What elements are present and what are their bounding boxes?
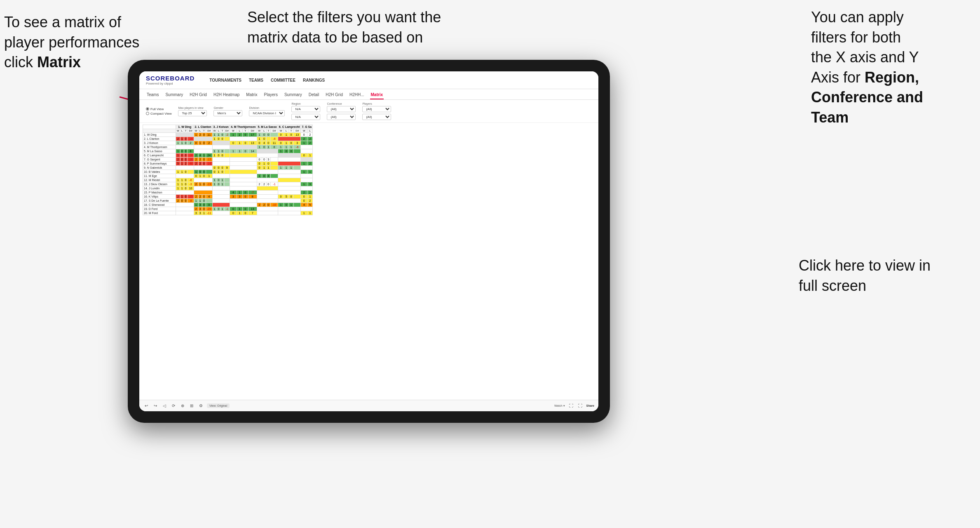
cell-17-4-0: 2 bbox=[257, 203, 262, 207]
cell-0-0 bbox=[176, 133, 194, 137]
zoom-icon[interactable]: ⊕ bbox=[180, 403, 185, 409]
cell-2-3-3: 13 bbox=[248, 141, 257, 145]
tab-h2hh[interactable]: H2HH... bbox=[349, 91, 365, 99]
undo-icon[interactable]: ↩ bbox=[143, 403, 149, 409]
annotation-bottomright: Click here to view in full screen bbox=[799, 256, 947, 296]
grid-icon[interactable]: ⊞ bbox=[189, 403, 195, 409]
region-select-1[interactable]: N/A bbox=[291, 106, 320, 112]
tab-teams[interactable]: Teams bbox=[146, 91, 159, 99]
view-original-btn[interactable]: View: Original bbox=[207, 403, 230, 408]
cell-3-5-2: 1 bbox=[289, 145, 294, 149]
cell-7-3 bbox=[230, 162, 257, 166]
cell-2-1-0: 0 bbox=[194, 141, 198, 145]
conference-select-1[interactable]: (All) bbox=[327, 106, 356, 112]
tab-h2h-grid2[interactable]: H2H Grid bbox=[325, 91, 344, 99]
cell-10-2 bbox=[212, 174, 230, 178]
tab-h2h-grid[interactable]: H2H Grid bbox=[189, 91, 208, 99]
matrix-table-wrap[interactable]: 1. W Ding 2. L Clanton 3. J Koivun 4. M … bbox=[139, 123, 598, 400]
back-icon[interactable]: ◁ bbox=[162, 403, 167, 409]
cell-2-1-2: 0 bbox=[202, 141, 206, 145]
cell-7-4-0: 0 bbox=[257, 162, 262, 166]
cell-15-5-2: 0 bbox=[289, 195, 294, 199]
cell-3-4-2: 1 bbox=[266, 145, 270, 149]
col-header-4: 4. M Thorbjornsen bbox=[230, 125, 257, 129]
settings-icon[interactable]: ⚙ bbox=[198, 403, 204, 409]
tab-matrix-active[interactable]: Matrix bbox=[370, 91, 384, 99]
division-select[interactable]: NCAA Division I bbox=[249, 110, 285, 116]
fullscreen-icon[interactable]: ⛶ bbox=[577, 403, 583, 409]
share-button[interactable]: Share bbox=[586, 404, 594, 407]
nav-tournaments[interactable]: TOURNAMENTS bbox=[209, 77, 241, 83]
cell-5-6-1: 1 bbox=[307, 153, 313, 158]
row-header-6: 7. G Sargent bbox=[143, 158, 176, 162]
cell-14-3-3: -7 bbox=[248, 191, 257, 195]
filters-row: Full View Compact View Max players in vi… bbox=[139, 100, 598, 123]
tab-summary[interactable]: Summary bbox=[164, 91, 184, 99]
cell-6-2 bbox=[212, 158, 230, 162]
tab-detail[interactable]: Detail bbox=[308, 91, 320, 99]
cell-5-0-2: 0 bbox=[184, 153, 188, 158]
cell-1-0-1: 1 bbox=[180, 137, 184, 141]
cell-16-2 bbox=[212, 199, 230, 203]
cell-8-4-2: 1 bbox=[266, 166, 270, 170]
cell-0-2-2: 0 bbox=[220, 133, 224, 137]
cell-1-0-0: 2 bbox=[176, 137, 181, 141]
cell-4-2-1: 1 bbox=[217, 149, 220, 153]
nav-committee[interactable]: COMMITTEE bbox=[271, 77, 295, 83]
cell-8-5-1: 1 bbox=[284, 166, 289, 170]
gender-select[interactable]: Men's bbox=[213, 110, 242, 116]
cell-19-1-3: -11 bbox=[206, 211, 212, 215]
cell-7-1-0: 2 bbox=[194, 162, 198, 166]
cell-1-5 bbox=[278, 137, 301, 141]
cell-2-5-0: 0 bbox=[278, 141, 284, 145]
players-select-2[interactable]: (All) bbox=[362, 114, 391, 120]
cell-9-2-0: 0 bbox=[212, 170, 217, 174]
compact-view-option[interactable]: Compact View bbox=[146, 112, 171, 116]
region-select-2[interactable]: N/A bbox=[291, 114, 320, 120]
cell-3-4-0: 1 bbox=[257, 145, 262, 149]
cell-4-4 bbox=[257, 149, 278, 153]
tab-h2h-heatmap[interactable]: H2H Heatmap bbox=[213, 91, 240, 99]
players-select-1[interactable]: (All) bbox=[362, 106, 391, 112]
cell-7-4-3 bbox=[271, 162, 278, 166]
cell-18-1-2: 0 bbox=[202, 207, 206, 211]
cell-3-4-3: 0 bbox=[271, 145, 278, 149]
col-header-3: 3. J Koivun bbox=[212, 125, 230, 129]
cell-4-2-3 bbox=[224, 149, 230, 153]
tab-summary2[interactable]: Summary bbox=[284, 91, 303, 99]
cell-5-0-0: 1 bbox=[176, 153, 181, 158]
sh-l5: L bbox=[262, 129, 266, 133]
conference-select-2[interactable]: (All) bbox=[327, 114, 356, 120]
cell-13-5 bbox=[278, 186, 301, 191]
full-view-radio[interactable] bbox=[146, 107, 149, 111]
cell-7-0-3: -46 bbox=[188, 162, 194, 166]
nav-rankings[interactable]: RANKINGS bbox=[303, 77, 325, 83]
tab-matrix[interactable]: Matrix bbox=[245, 91, 258, 99]
tab-players[interactable]: Players bbox=[263, 91, 279, 99]
cell-15-0-3: -25 bbox=[188, 195, 194, 199]
cell-11-3 bbox=[230, 178, 257, 182]
cell-11-2-1: 0 bbox=[217, 178, 220, 182]
cell-16-4 bbox=[257, 199, 278, 203]
cell-11-0-2: 0 bbox=[184, 178, 188, 182]
full-view-option[interactable]: Full View bbox=[146, 107, 171, 111]
cell-16-0-2: 0 bbox=[184, 199, 188, 203]
sh-t3: T bbox=[220, 129, 224, 133]
app-header: SCOREBOARD Powered by clippd TOURNAMENTS… bbox=[139, 71, 598, 89]
cell-8-1 bbox=[194, 166, 212, 170]
compact-view-radio[interactable] bbox=[146, 112, 149, 115]
cell-9-0-1: 1 bbox=[180, 170, 184, 174]
refresh-icon[interactable]: ⟳ bbox=[171, 403, 176, 409]
sh-t1: T bbox=[184, 129, 188, 133]
redo-icon[interactable]: ↪ bbox=[152, 403, 158, 409]
cell-13-4 bbox=[257, 186, 278, 191]
sh-dif2: Dif bbox=[206, 129, 212, 133]
cell-4-5-1: 0 bbox=[284, 149, 289, 153]
cell-10-4-1: 0 bbox=[262, 174, 266, 178]
watch-button[interactable]: Watch ▾ bbox=[554, 404, 565, 408]
screen-icon[interactable]: ⛶ bbox=[568, 403, 574, 409]
max-players-select[interactable]: Top 25 bbox=[178, 110, 207, 116]
cell-8-5-2: 1 bbox=[289, 166, 294, 170]
screen-content: SCOREBOARD Powered by clippd TOURNAMENTS… bbox=[139, 71, 598, 411]
nav-teams[interactable]: TEAMS bbox=[249, 77, 263, 83]
